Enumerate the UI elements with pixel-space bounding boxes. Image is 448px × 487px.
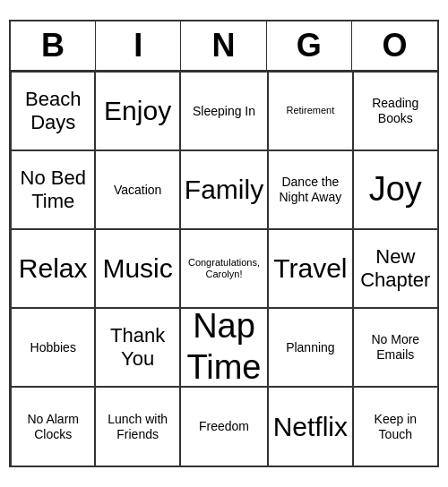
bingo-cell: New Chapter [353,229,437,308]
bingo-card: BINGO Beach DaysEnjoySleeping InRetireme… [9,20,439,467]
cell-text: No Alarm Clocks [15,412,90,442]
cell-text: Netflix [273,411,348,443]
header-letter: G [267,21,352,70]
bingo-cell: Retirement [268,72,352,150]
bingo-cell: Congratulations, Carolyn! [180,229,268,308]
header-letter: O [352,21,437,70]
bingo-cell: Family [180,150,268,229]
bingo-cell: Joy [353,150,437,229]
bingo-cell: No Bed Time [11,150,95,229]
cell-text: Retirement [286,105,334,116]
bingo-cell: Relax [11,229,95,308]
cell-text: Vacation [114,183,161,198]
bingo-cell: Lunch with Friends [95,387,179,466]
bingo-cell: Nap Time [180,308,268,387]
cell-text: Keep in Touch [358,412,434,442]
cell-text: Hobbies [30,340,76,355]
bingo-cell: Vacation [95,150,179,229]
bingo-cell: Beach Days [11,72,95,150]
cell-text: Family [185,174,263,206]
cell-text: Freedom [199,419,249,434]
cell-text: Nap Time [185,306,263,388]
bingo-cell: Hobbies [11,308,95,387]
cell-text: Dance the Night Away [272,175,348,205]
cell-text: Enjoy [104,95,171,127]
bingo-cell: Enjoy [95,72,179,150]
header-letter: N [181,21,266,70]
bingo-cell: Sleeping In [180,72,268,150]
bingo-cell: Freedom [180,387,268,466]
cell-text: New Chapter [358,245,434,293]
cell-text: No Bed Time [15,167,90,214]
cell-text: Travel [273,252,347,285]
bingo-cell: Dance the Night Away [268,150,352,229]
cell-text: Lunch with Friends [99,412,175,442]
bingo-cell: Netflix [268,387,352,466]
cell-text: Joy [369,169,422,210]
bingo-grid: Beach DaysEnjoySleeping InRetirementRead… [11,72,437,466]
cell-text: Congratulations, Carolyn! [185,257,263,280]
bingo-cell: No More Emails [353,308,437,387]
cell-text: Sleeping In [193,104,255,119]
bingo-cell: Keep in Touch [353,387,437,466]
bingo-cell: Planning [268,308,352,387]
cell-text: Relax [19,252,88,285]
bingo-cell: Thank You [95,308,179,387]
bingo-header: BINGO [11,21,437,72]
bingo-cell: Reading Books [353,72,437,150]
cell-text: No More Emails [358,332,434,363]
cell-text: Planning [286,340,335,355]
cell-text: Music [102,252,172,285]
cell-text: Beach Days [15,88,90,135]
bingo-cell: No Alarm Clocks [11,387,95,466]
header-letter: I [96,21,181,70]
cell-text: Reading Books [358,96,434,126]
bingo-cell: Travel [268,229,352,308]
cell-text: Thank You [99,324,175,372]
header-letter: B [11,21,96,70]
bingo-cell: Music [95,229,179,308]
